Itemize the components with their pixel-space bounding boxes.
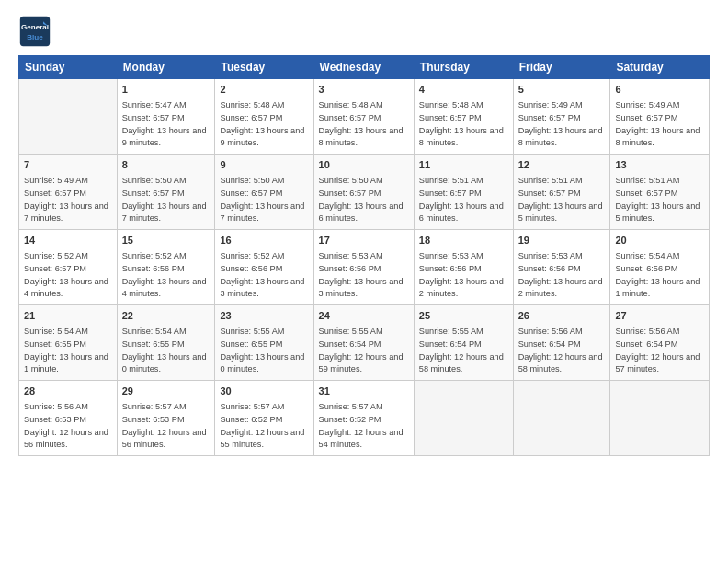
day-cell: 18Sunrise: 5:53 AMSunset: 6:56 PMDayligh… (414, 230, 513, 305)
day-cell: 3Sunrise: 5:48 AMSunset: 6:57 PMDaylight… (313, 79, 414, 155)
day-cell: 30Sunrise: 5:57 AMSunset: 6:52 PMDayligh… (215, 381, 313, 456)
day-number: 25 (419, 309, 508, 323)
day-number: 12 (518, 158, 606, 172)
day-cell: 14Sunrise: 5:52 AMSunset: 6:57 PMDayligh… (19, 230, 118, 305)
day-cell (19, 79, 118, 155)
day-number: 30 (220, 385, 308, 398)
weekday-header-friday: Friday (513, 56, 610, 79)
day-cell: 22Sunrise: 5:54 AMSunset: 6:55 PMDayligh… (117, 305, 215, 381)
day-cell: 8Sunrise: 5:50 AMSunset: 6:57 PMDaylight… (117, 155, 215, 230)
day-number: 15 (122, 234, 210, 247)
day-number: 18 (419, 234, 508, 247)
day-cell: 16Sunrise: 5:52 AMSunset: 6:56 PMDayligh… (215, 230, 313, 305)
weekday-header-saturday: Saturday (610, 56, 710, 79)
day-number: 28 (24, 385, 112, 398)
week-row-2: 14Sunrise: 5:52 AMSunset: 6:57 PMDayligh… (19, 230, 710, 305)
day-info: Sunrise: 5:50 AMSunset: 6:57 PMDaylight:… (220, 176, 304, 224)
day-cell: 21Sunrise: 5:54 AMSunset: 6:55 PMDayligh… (19, 305, 118, 381)
day-info: Sunrise: 5:57 AMSunset: 6:52 PMDaylight:… (319, 402, 404, 450)
day-info: Sunrise: 5:53 AMSunset: 6:56 PMDaylight:… (419, 251, 504, 299)
day-info: Sunrise: 5:53 AMSunset: 6:56 PMDaylight:… (319, 251, 404, 299)
day-cell: 5Sunrise: 5:49 AMSunset: 6:57 PMDaylight… (513, 79, 610, 155)
day-number: 16 (220, 234, 308, 247)
day-cell: 20Sunrise: 5:54 AMSunset: 6:56 PMDayligh… (610, 230, 710, 305)
day-number: 14 (24, 234, 112, 247)
day-cell (610, 381, 710, 456)
day-info: Sunrise: 5:49 AMSunset: 6:57 PMDaylight:… (24, 176, 108, 224)
day-number: 17 (319, 234, 409, 247)
week-row-1: 7Sunrise: 5:49 AMSunset: 6:57 PMDaylight… (19, 155, 710, 230)
day-info: Sunrise: 5:51 AMSunset: 6:57 PMDaylight:… (518, 176, 603, 224)
day-info: Sunrise: 5:52 AMSunset: 6:56 PMDaylight:… (122, 251, 207, 299)
day-info: Sunrise: 5:51 AMSunset: 6:57 PMDaylight:… (419, 176, 504, 224)
day-cell: 28Sunrise: 5:56 AMSunset: 6:53 PMDayligh… (19, 381, 118, 456)
day-cell: 6Sunrise: 5:49 AMSunset: 6:57 PMDaylight… (610, 79, 710, 155)
header: General Blue (18, 15, 710, 48)
logo: General Blue (18, 15, 55, 48)
svg-text:Blue: Blue (27, 33, 43, 41)
weekday-header-tuesday: Tuesday (215, 56, 313, 79)
day-number: 4 (419, 83, 508, 97)
day-number: 1 (122, 83, 210, 97)
weekday-header-row: SundayMondayTuesdayWednesdayThursdayFrid… (19, 56, 710, 79)
logo-icon: General Blue (18, 15, 51, 48)
day-cell: 13Sunrise: 5:51 AMSunset: 6:57 PMDayligh… (610, 155, 710, 230)
day-info: Sunrise: 5:49 AMSunset: 6:57 PMDaylight:… (518, 100, 603, 148)
day-number: 5 (518, 83, 606, 97)
day-info: Sunrise: 5:51 AMSunset: 6:57 PMDaylight:… (615, 176, 700, 224)
day-number: 13 (615, 158, 704, 172)
day-number: 23 (220, 309, 308, 323)
day-cell: 11Sunrise: 5:51 AMSunset: 6:57 PMDayligh… (414, 155, 513, 230)
day-info: Sunrise: 5:47 AMSunset: 6:57 PMDaylight:… (122, 100, 207, 148)
day-cell: 12Sunrise: 5:51 AMSunset: 6:57 PMDayligh… (513, 155, 610, 230)
day-number: 29 (122, 385, 210, 398)
day-cell: 19Sunrise: 5:53 AMSunset: 6:56 PMDayligh… (513, 230, 610, 305)
day-number: 6 (615, 83, 704, 97)
day-info: Sunrise: 5:48 AMSunset: 6:57 PMDaylight:… (319, 100, 404, 148)
day-info: Sunrise: 5:54 AMSunset: 6:55 PMDaylight:… (24, 327, 108, 374)
day-info: Sunrise: 5:57 AMSunset: 6:53 PMDaylight:… (122, 402, 207, 450)
day-number: 27 (615, 309, 704, 323)
day-info: Sunrise: 5:49 AMSunset: 6:57 PMDaylight:… (615, 100, 700, 148)
day-cell: 26Sunrise: 5:56 AMSunset: 6:54 PMDayligh… (513, 305, 610, 381)
weekday-header-thursday: Thursday (414, 56, 513, 79)
day-info: Sunrise: 5:55 AMSunset: 6:55 PMDaylight:… (220, 327, 304, 374)
day-info: Sunrise: 5:50 AMSunset: 6:57 PMDaylight:… (122, 176, 207, 224)
day-number: 22 (122, 309, 210, 323)
day-number: 8 (122, 158, 210, 172)
day-info: Sunrise: 5:53 AMSunset: 6:56 PMDaylight:… (518, 251, 603, 299)
day-number: 7 (24, 158, 112, 172)
day-number: 2 (220, 83, 308, 97)
day-cell: 4Sunrise: 5:48 AMSunset: 6:57 PMDaylight… (414, 79, 513, 155)
day-number: 20 (615, 234, 704, 247)
day-cell: 9Sunrise: 5:50 AMSunset: 6:57 PMDaylight… (215, 155, 313, 230)
day-info: Sunrise: 5:55 AMSunset: 6:54 PMDaylight:… (319, 327, 404, 374)
day-info: Sunrise: 5:48 AMSunset: 6:57 PMDaylight:… (419, 100, 504, 148)
day-number: 24 (319, 309, 409, 323)
day-cell: 7Sunrise: 5:49 AMSunset: 6:57 PMDaylight… (19, 155, 118, 230)
day-info: Sunrise: 5:56 AMSunset: 6:53 PMDaylight:… (24, 402, 108, 450)
day-cell: 1Sunrise: 5:47 AMSunset: 6:57 PMDaylight… (117, 79, 215, 155)
weekday-header-wednesday: Wednesday (313, 56, 414, 79)
day-info: Sunrise: 5:50 AMSunset: 6:57 PMDaylight:… (319, 176, 404, 224)
day-number: 19 (518, 234, 606, 247)
day-cell: 24Sunrise: 5:55 AMSunset: 6:54 PMDayligh… (313, 305, 414, 381)
day-number: 31 (319, 385, 409, 398)
day-number: 26 (518, 309, 606, 323)
page: General Blue SundayMondayTuesdayWednesda… (0, 0, 728, 471)
day-cell: 2Sunrise: 5:48 AMSunset: 6:57 PMDaylight… (215, 79, 313, 155)
day-number: 9 (220, 158, 308, 172)
day-number: 3 (319, 83, 409, 97)
day-cell: 29Sunrise: 5:57 AMSunset: 6:53 PMDayligh… (117, 381, 215, 456)
day-cell (513, 381, 610, 456)
day-info: Sunrise: 5:54 AMSunset: 6:55 PMDaylight:… (122, 327, 207, 374)
day-info: Sunrise: 5:52 AMSunset: 6:56 PMDaylight:… (220, 251, 304, 299)
weekday-header-monday: Monday (117, 56, 215, 79)
day-number: 10 (319, 158, 409, 172)
day-cell: 27Sunrise: 5:56 AMSunset: 6:54 PMDayligh… (610, 305, 710, 381)
day-info: Sunrise: 5:52 AMSunset: 6:57 PMDaylight:… (24, 251, 108, 299)
day-info: Sunrise: 5:54 AMSunset: 6:56 PMDaylight:… (615, 251, 700, 299)
day-info: Sunrise: 5:48 AMSunset: 6:57 PMDaylight:… (220, 100, 304, 148)
day-cell: 25Sunrise: 5:55 AMSunset: 6:54 PMDayligh… (414, 305, 513, 381)
day-info: Sunrise: 5:56 AMSunset: 6:54 PMDaylight:… (518, 327, 603, 374)
